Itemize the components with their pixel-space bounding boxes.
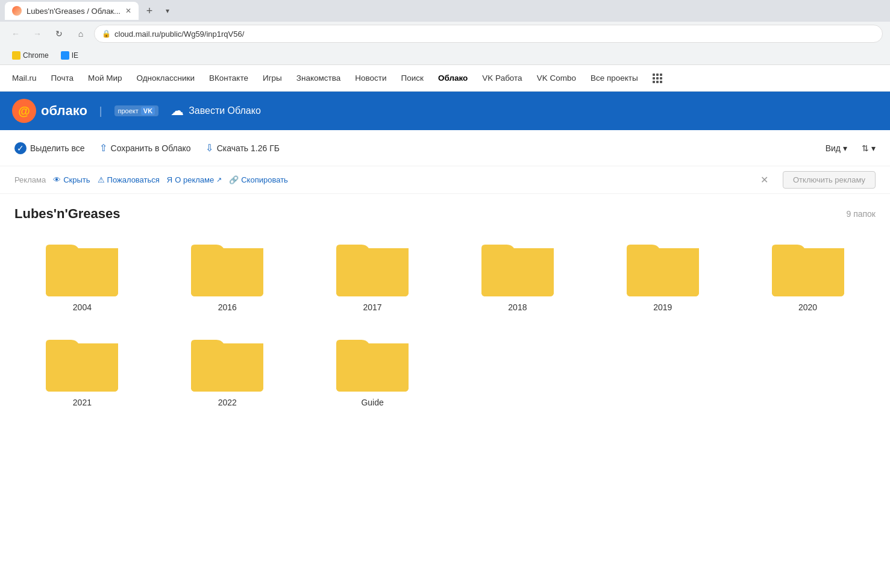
folder-2021[interactable]: 2021 — [14, 331, 150, 407]
svg-rect-3 — [191, 251, 263, 296]
home-button[interactable]: ⌂ — [72, 25, 89, 42]
about-ad-button[interactable]: Я О рекламе ↗ — [167, 175, 222, 184]
download-button[interactable]: ⇩ Скачать 1.26 ГБ — [205, 139, 280, 157]
folder-2004[interactable]: 2004 — [14, 236, 150, 312]
folder-2022[interactable]: 2022 — [160, 331, 295, 407]
select-all-label: Выделить все — [30, 143, 85, 153]
download-label: Скачать 1.26 ГБ — [217, 143, 280, 153]
tab-close-button[interactable]: ✕ — [125, 7, 131, 15]
nav-novosti[interactable]: Новости — [355, 74, 386, 83]
folder-name-2016: 2016 — [218, 302, 237, 312]
sort-button[interactable]: ⇅ ▾ — [862, 143, 876, 153]
folder-icon-2022 — [191, 331, 263, 392]
nav-moimr[interactable]: Мой Мир — [88, 74, 122, 83]
refresh-button[interactable]: ↻ — [51, 25, 67, 42]
forward-button[interactable]: → — [29, 25, 46, 42]
address-input[interactable]: 🔒 cloud.mail.ru/public/Wg59/inp1rqV56/ — [94, 25, 883, 43]
all-projects-grid-icon[interactable] — [653, 74, 662, 83]
folder-2019[interactable]: 2019 — [595, 236, 730, 312]
svg-rect-9 — [627, 251, 699, 296]
view-label: Вид — [826, 143, 841, 153]
folder-name-2019: 2019 — [653, 302, 672, 312]
cloud-register-button[interactable]: ☁ Завести Облако — [171, 103, 261, 119]
nav-mail[interactable]: Mail.ru — [12, 74, 37, 83]
lock-icon: 🔒 — [102, 30, 111, 38]
folder-name-2017: 2017 — [363, 302, 381, 312]
cloud-register-icon: ☁ — [171, 103, 184, 119]
bookmark-chrome-label: Chrome — [23, 51, 49, 60]
new-tab-button[interactable]: + — [141, 2, 158, 19]
folder-icon-2004 — [46, 236, 118, 296]
bookmark-ie[interactable]: IE — [56, 49, 83, 62]
disable-ad-button[interactable]: Отключить рекламу — [783, 171, 876, 189]
folder-name-2004: 2004 — [73, 302, 92, 312]
nav-poisk[interactable]: Поиск — [401, 74, 423, 83]
select-all-icon: ✓ — [14, 142, 27, 154]
hide-ad-label: Скрыть — [63, 175, 90, 184]
nav-pochta[interactable]: Почта — [51, 74, 74, 83]
main-toolbar: ✓ Выделить все ⇧ Сохранить в Облако ⇩ Ск… — [0, 130, 890, 166]
disable-ad-label: Отключить рекламу — [793, 175, 865, 184]
cloud-logo[interactable]: облако — [12, 99, 87, 123]
nav-odnoklassniki[interactable]: Одноклассники — [137, 74, 195, 83]
cloud-project-badge: проект VK — [114, 105, 159, 116]
svg-rect-15 — [191, 346, 263, 392]
view-button[interactable]: Вид ▾ — [826, 143, 847, 153]
url-text: cloud.mail.ru/public/Wg59/inp1rqV56/ — [114, 30, 244, 39]
tab-title: Lubes'n'Greases / Облак... — [27, 7, 121, 16]
nav-vkontakte[interactable]: ВКонтакте — [209, 74, 248, 83]
back-button[interactable]: ← — [7, 25, 24, 42]
bookmark-chrome[interactable]: Chrome — [7, 49, 54, 62]
save-to-cloud-label: Сохранить в Облако — [111, 143, 191, 153]
folder-icon-guide — [336, 331, 409, 392]
svg-rect-7 — [481, 251, 554, 296]
folder-name-2018: 2018 — [508, 302, 527, 312]
nav-vk-rabota[interactable]: VK Работа — [482, 74, 522, 83]
folder-2016[interactable]: 2016 — [160, 236, 295, 312]
complain-button[interactable]: ⚠ Пожаловаться — [98, 175, 160, 184]
folder-icon-2016 — [191, 236, 263, 296]
folder-grid-row2: 2021 2022 Guide — [14, 331, 876, 407]
download-icon: ⇩ — [205, 142, 213, 154]
content-area: Lubes'n'Greases 9 папок 2004 — [0, 194, 890, 419]
folder-name-2020: 2020 — [798, 302, 817, 312]
chrome-bookmark-icon — [12, 51, 20, 60]
folder-guide[interactable]: Guide — [305, 331, 440, 407]
select-all-button[interactable]: ✓ Выделить все — [14, 139, 85, 158]
yandex-icon: Я — [167, 175, 172, 184]
folder-grid-row1: 2004 2016 2017 — [14, 236, 876, 312]
bookmark-ie-label: IE — [72, 51, 78, 60]
copy-button[interactable]: 🔗 Скопировать — [229, 175, 288, 184]
tab-dropdown-button[interactable]: ▾ — [160, 4, 175, 18]
sort-icon: ⇅ — [862, 143, 869, 153]
sort-dropdown-icon: ▾ — [871, 143, 876, 153]
nav-znakomstva[interactable]: Знакомства — [296, 74, 340, 83]
address-bar: ← → ↻ ⌂ 🔒 cloud.mail.ru/public/Wg59/inp1… — [0, 22, 890, 46]
svg-rect-13 — [46, 346, 118, 392]
cloud-header: облако | проект VK ☁ Завести Облако — [0, 92, 890, 130]
about-ad-label: О рекламе — [175, 175, 214, 184]
cloud-logo-icon — [12, 99, 36, 123]
main-navigation: Mail.ru Почта Мой Мир Одноклассники ВКон… — [0, 65, 890, 92]
ad-close-button[interactable]: ✕ — [760, 174, 768, 186]
cloud-register-label: Завести Облако — [189, 105, 261, 116]
svg-rect-5 — [336, 251, 409, 296]
save-to-cloud-icon: ⇧ — [99, 142, 107, 154]
folder-name-2022: 2022 — [218, 398, 237, 407]
folder-name-guide: Guide — [361, 398, 383, 407]
hide-ad-button[interactable]: 👁 Скрыть — [53, 175, 90, 184]
svg-rect-1 — [46, 251, 118, 296]
nav-vse-proekty[interactable]: Все проекты — [591, 74, 638, 83]
folder-2017[interactable]: 2017 — [305, 236, 440, 312]
bookmarks-bar: Chrome IE — [0, 46, 890, 65]
nav-oblako[interactable]: Облако — [438, 74, 468, 83]
folder-2018[interactable]: 2018 — [450, 236, 585, 312]
nav-igry[interactable]: Игры — [263, 74, 282, 83]
folder-icon-2019 — [627, 236, 699, 296]
ad-label: Реклама — [14, 175, 46, 184]
ie-bookmark-icon — [61, 51, 69, 60]
folder-2020[interactable]: 2020 — [740, 236, 876, 312]
nav-vk-combo[interactable]: VK Combo — [537, 74, 576, 83]
active-tab[interactable]: Lubes'n'Greases / Облак... ✕ — [5, 2, 139, 20]
save-to-cloud-button[interactable]: ⇧ Сохранить в Облако — [99, 139, 191, 157]
